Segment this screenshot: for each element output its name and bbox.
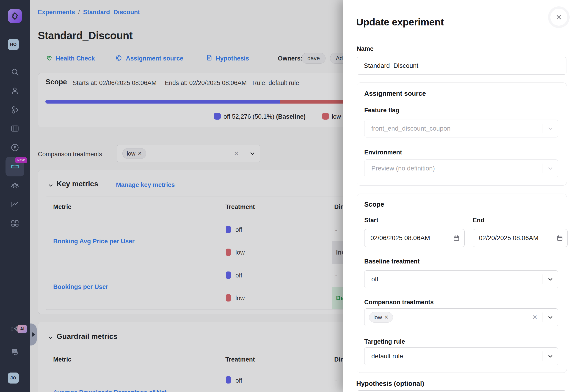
close-button[interactable] — [548, 6, 570, 28]
environment-value: Preview (no definition) — [364, 165, 542, 172]
environment-select[interactable]: Preview (no definition) — [364, 159, 558, 177]
hypothesis-textarea[interactable] — [357, 390, 566, 392]
targeting-rule-select[interactable]: default rule — [364, 347, 558, 365]
chevron-down-icon — [543, 125, 558, 132]
calendar-icon[interactable] — [556, 235, 563, 241]
drawer-scope-heading: Scope — [364, 201, 384, 208]
end-label: End — [473, 217, 484, 224]
treatment-chip-label: low — [373, 314, 382, 321]
baseline-treatment-select[interactable]: off — [364, 270, 558, 288]
chevron-down-icon — [543, 276, 558, 283]
chevron-down-icon — [543, 165, 558, 172]
treatment-chip[interactable]: low ✕ — [369, 312, 393, 322]
start-date-value: 02/06/2025 08:06AM — [364, 234, 453, 242]
chevron-down-icon — [543, 314, 558, 321]
end-date-value: 02/20/2025 08:06AM — [473, 234, 556, 242]
start-date-input[interactable]: 02/06/2025 08:06AM — [364, 229, 465, 247]
baseline-treatment-label: Baseline treatment — [364, 258, 420, 265]
end-date-input[interactable]: 02/20/2025 08:06AM — [473, 229, 568, 247]
name-input[interactable]: Standard_Discount — [357, 57, 566, 75]
drawer-comparison-treatments-select[interactable]: low ✕ ✕ — [364, 308, 558, 326]
modal-scrim[interactable] — [0, 0, 343, 392]
environment-label: Environment — [364, 149, 402, 156]
start-label: Start — [364, 217, 378, 224]
hypothesis-optional-label: Hypothesis (optional) — [356, 380, 424, 387]
clear-icon[interactable]: ✕ — [532, 314, 538, 321]
chevron-down-icon — [543, 353, 558, 360]
feature-flag-select[interactable]: front_end_discount_coupon — [364, 120, 558, 138]
close-icon — [555, 13, 563, 21]
drawer-title: Update experiment — [356, 16, 444, 28]
name-input-value: Standard_Discount — [357, 62, 418, 70]
baseline-treatment-value: off — [364, 276, 542, 283]
targeting-rule-value: default rule — [364, 353, 542, 360]
experiment-page: HO NEW AI — [0, 0, 571, 392]
targeting-rule-label: Targeting rule — [364, 338, 405, 345]
calendar-icon[interactable] — [453, 235, 460, 241]
drawer-comparison-treatments-label: Comparison treatments — [364, 299, 434, 306]
feature-flag-value: front_end_discount_coupon — [364, 125, 542, 132]
name-label: Name — [357, 45, 374, 53]
assignment-source-heading: Assignment source — [364, 90, 426, 97]
feature-flag-label: Feature flag — [364, 107, 399, 114]
remove-icon[interactable]: ✕ — [385, 314, 388, 320]
